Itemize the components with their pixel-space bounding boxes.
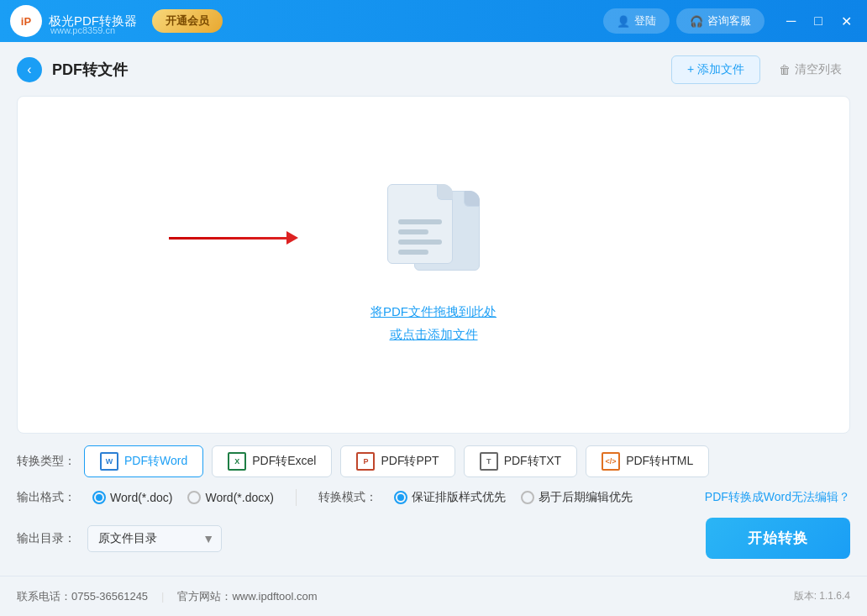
conv-type-html-label: PDF转HTML <box>626 454 693 469</box>
output-dir-row: 输出目录： 原文件目录 ▼ 开始转换 <box>17 518 850 559</box>
dir-value: 原文件目录 <box>98 531 157 546</box>
output-dir-label: 输出目录： <box>17 531 76 546</box>
back-button[interactable]: ‹ <box>17 57 42 82</box>
document-front-icon <box>387 184 453 264</box>
title-bar: iP 极光PDF转换器 www.pc8359.cn 开通会员 👤 登陆 🎧 咨询… <box>0 0 867 42</box>
mode-edit-radio[interactable] <box>521 491 534 504</box>
doc-line-2 <box>398 229 428 234</box>
title-bar-right: 👤 登陆 🎧 咨询客服 ─ □ ✕ <box>603 8 857 34</box>
output-format-label: 输出格式： <box>17 490 76 505</box>
format-docx-label: Word(*.docx) <box>205 491 273 504</box>
mode-radio-group: 保证排版样式优先 易于后期编辑优先 <box>394 490 633 505</box>
footer-version: 版本: 1.1.6.4 <box>794 589 850 603</box>
app-logo: iP <box>10 5 42 37</box>
conv-type-word-label: PDF转Word <box>124 454 187 469</box>
add-file-button[interactable]: + 添加文件 <box>671 55 760 84</box>
page-title: PDF转文件 <box>52 60 128 80</box>
excel-icon: X <box>228 452 246 471</box>
mode-label: 转换模式： <box>318 490 377 505</box>
format-docx-option[interactable]: Word(*.docx) <box>187 491 273 504</box>
html-icon: </> <box>602 452 620 471</box>
doc-line-3 <box>398 240 442 245</box>
conv-type-txt-button[interactable]: T PDF转TXT <box>464 445 577 477</box>
main-content: ‹ PDF转文件 + 添加文件 🗑 清空列表 <box>0 42 867 576</box>
vip-button[interactable]: 开通会员 <box>152 9 223 33</box>
mode-edit-option[interactable]: 易于后期编辑优先 <box>521 490 633 505</box>
clear-list-button[interactable]: 🗑 清空列表 <box>770 56 850 83</box>
headset-icon: 🎧 <box>690 15 703 28</box>
app-subtitle: www.pc8359.cn <box>50 25 115 35</box>
help-link[interactable]: PDF转换成Word无法编辑？ <box>705 490 850 505</box>
maximize-button[interactable]: □ <box>809 12 828 30</box>
start-convert-button[interactable]: 开始转换 <box>706 518 850 559</box>
arrow-line <box>169 237 286 240</box>
minimize-button[interactable]: ─ <box>781 12 801 30</box>
conv-type-txt-label: PDF转TXT <box>504 454 561 469</box>
txt-icon: T <box>480 452 498 471</box>
conversion-type-row: 转换类型： W PDF转Word X PDF转Excel P PDF转PPT T… <box>17 445 850 477</box>
footer-divider: | <box>161 590 164 603</box>
ppt-icon: P <box>356 452 375 471</box>
conv-type-word-button[interactable]: W PDF转Word <box>84 445 203 477</box>
drop-zone-icon <box>387 184 480 285</box>
close-button[interactable]: ✕ <box>836 12 857 31</box>
conv-type-ppt-button[interactable]: P PDF转PPT <box>340 445 455 477</box>
back-arrow-icon: ‹ <box>27 63 31 76</box>
format-doc-radio[interactable] <box>92 491 106 504</box>
mode-layout-option[interactable]: 保证排版样式优先 <box>394 490 506 505</box>
drop-arrow <box>169 231 298 245</box>
support-button[interactable]: 🎧 咨询客服 <box>676 8 765 34</box>
dropdown-arrow-icon: ▼ <box>202 532 214 545</box>
header-actions: + 添加文件 🗑 清空列表 <box>671 55 850 84</box>
trash-icon: 🗑 <box>779 63 791 76</box>
format-radio-group: Word(*.doc) Word(*.docx) <box>92 491 274 504</box>
format-doc-option[interactable]: Word(*.doc) <box>92 491 172 504</box>
conv-type-excel-label: PDF转Excel <box>252 454 316 469</box>
doc-line-1 <box>398 219 442 224</box>
dir-select-dropdown[interactable]: 原文件目录 ▼ <box>87 525 222 552</box>
footer-website: www.ipdftool.com <box>232 590 317 603</box>
window-controls: ─ □ ✕ <box>781 12 857 31</box>
footer-phone: 0755-36561245 <box>71 590 148 603</box>
format-doc-label: Word(*.doc) <box>110 491 172 504</box>
format-docx-radio[interactable] <box>187 491 201 504</box>
conv-type-ppt-label: PDF转PPT <box>381 454 439 469</box>
doc-line-4 <box>398 250 428 255</box>
drop-text-line2: 或点击添加文件 <box>370 323 497 345</box>
conversion-type-label: 转换类型： <box>17 454 76 469</box>
drop-zone[interactable]: 将PDF文件拖拽到此处 或点击添加文件 <box>17 96 850 434</box>
word-icon: W <box>100 452 118 471</box>
footer: 联系电话： 0755-36561245 | 官方网站： www.ipdftool… <box>0 576 867 616</box>
drop-text[interactable]: 将PDF文件拖拽到此处 或点击添加文件 <box>370 300 497 345</box>
mode-layout-label: 保证排版样式优先 <box>412 490 506 505</box>
mode-edit-label: 易于后期编辑优先 <box>539 490 633 505</box>
drop-text-line1: 将PDF文件拖拽到此处 <box>370 300 497 323</box>
login-button[interactable]: 👤 登陆 <box>603 8 670 34</box>
user-icon: 👤 <box>617 15 630 28</box>
footer-phone-label: 联系电话： <box>17 589 71 604</box>
output-format-row: 输出格式： Word(*.doc) Word(*.docx) 转换模式： 保证排… <box>17 489 850 506</box>
format-separator <box>296 489 297 506</box>
page-header: ‹ PDF转文件 + 添加文件 🗑 清空列表 <box>17 55 850 84</box>
mode-layout-radio[interactable] <box>394 491 407 504</box>
conv-type-excel-button[interactable]: X PDF转Excel <box>212 445 332 477</box>
conv-type-html-button[interactable]: </> PDF转HTML <box>586 445 709 477</box>
footer-website-label: 官方网站： <box>177 589 232 604</box>
arrow-head-icon <box>286 231 298 245</box>
